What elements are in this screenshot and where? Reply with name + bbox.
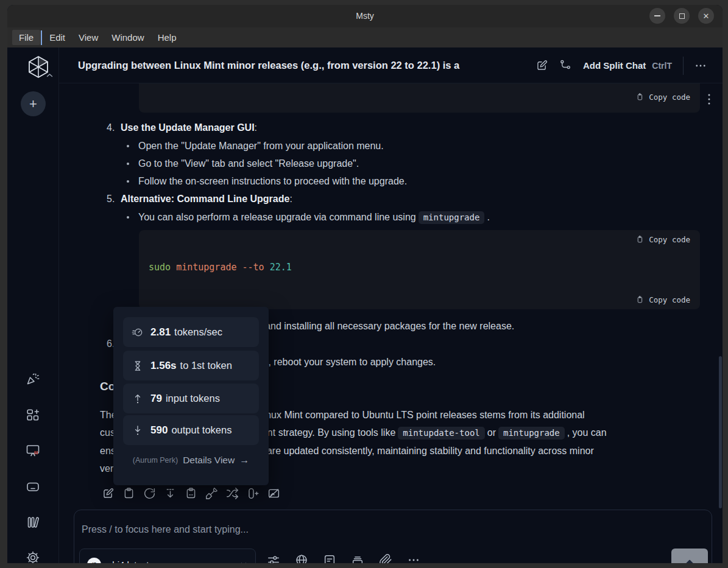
menu-file[interactable]: File: [12, 30, 40, 45]
minimize-button[interactable]: [649, 8, 665, 24]
list-bullet: Open the "Update Manager" from your appl…: [127, 139, 384, 153]
model-name: phi4:latest: [107, 559, 233, 564]
list-item-4: 4.Use the Update Manager GUI:: [107, 121, 257, 135]
bullet-dot: [127, 145, 129, 147]
globe-icon[interactable]: [295, 553, 308, 563]
refine-sparkle-icon[interactable]: [26, 371, 40, 386]
header-more-icon[interactable]: [694, 60, 707, 72]
stat-output-tokens: 590 output tokens: [123, 415, 259, 445]
code-block-mintupgrade: Copy code sudo mintupgrade --to 22.1 Cop…: [139, 230, 700, 309]
clipboard-icon: [636, 295, 645, 304]
list-bullet: You can also perform a release upgrade v…: [127, 211, 490, 224]
workspace-drawer-icon[interactable]: [26, 479, 40, 494]
chevron-up-icon[interactable]: [46, 73, 53, 78]
edit-icon[interactable]: [102, 487, 115, 500]
inline-code: mintupdate-tool: [398, 427, 484, 440]
stat-input-tokens: 79 input tokens: [123, 384, 259, 413]
menu-help[interactable]: Help: [151, 30, 183, 45]
attach-icon[interactable]: [379, 553, 392, 563]
copy-code-button[interactable]: Copy code: [636, 235, 690, 244]
close-button[interactable]: ✕: [698, 8, 714, 24]
clipboard-icon: [636, 235, 645, 244]
model-selector[interactable]: φ phi4:latest: [79, 549, 256, 563]
chevron-down-icon: [239, 560, 248, 563]
model-logo-icon: φ: [87, 558, 101, 564]
perk-label: (Aurum Perk): [133, 456, 178, 465]
main-area: Upgrading between Linux Mint minor relea…: [58, 47, 723, 563]
chat-title: Upgrading between Linux Mint minor relea…: [78, 47, 459, 83]
add-split-chat-shortcut: CtrlT: [652, 61, 672, 71]
chat-scrollbar[interactable]: [719, 356, 722, 508]
sidebar: +: [7, 47, 58, 563]
hourglass-icon: [132, 360, 144, 372]
local-ai-monitor-icon[interactable]: [26, 443, 40, 458]
speedometer-icon: [132, 326, 144, 338]
code-line: sudo mintupgrade --to 22.1: [149, 262, 292, 273]
stat-tokens-per-sec: 2.81 tokens/sec: [123, 317, 259, 347]
list-bullet: Follow the on-screen instructions to pro…: [127, 175, 407, 188]
msty-window: Msty ✕ File Edit View Window Help: [7, 5, 723, 563]
scroll-down-icon[interactable]: [164, 487, 177, 500]
composer: φ phi4:latest: [74, 510, 712, 563]
titlebar: Msty ✕: [7, 5, 723, 27]
copy-code-button[interactable]: Copy code: [636, 93, 690, 102]
bullet-dot: [127, 180, 129, 183]
copy-code-button[interactable]: Copy code: [636, 295, 690, 304]
message-menu-icon[interactable]: [704, 93, 715, 106]
window-frame-edge: [0, 563, 728, 568]
composer-icons: [267, 553, 420, 563]
menu-edit[interactable]: Edit: [43, 30, 72, 45]
arrow-right-icon: →: [239, 455, 249, 466]
menu-focus-caret: [41, 30, 42, 45]
code-block-partial: Copy code: [139, 83, 700, 113]
send-arrow-icon: [682, 555, 698, 563]
maximize-icon: [679, 13, 685, 19]
menu-window[interactable]: Window: [105, 30, 150, 45]
prompt-library-icon[interactable]: [323, 553, 336, 563]
add-split-chat-button[interactable]: Add Split Chat: [583, 60, 646, 71]
send-button[interactable]: [671, 549, 708, 563]
add-panel-icon[interactable]: [247, 487, 260, 500]
edit-title-icon[interactable]: [535, 59, 548, 72]
list-bullet: Go to the "View" tab and select "Release…: [127, 157, 359, 170]
maximize-button[interactable]: [674, 8, 690, 24]
list-item-5: 5.Alternative: Command Line Upgrade:: [107, 192, 292, 206]
regenerate-icon[interactable]: [143, 487, 156, 500]
clipboard-icon: [636, 93, 645, 102]
settings-gear-icon[interactable]: [26, 550, 40, 563]
more-icon[interactable]: [407, 553, 420, 563]
window-title: Msty: [7, 5, 723, 27]
library-icon[interactable]: [26, 515, 40, 530]
arrow-down-icon: [132, 424, 144, 437]
window-controls: ✕: [649, 8, 714, 24]
token-stats-popup: 2.81 tokens/sec 1.56s to 1st token: [113, 307, 269, 485]
arrow-up-icon: [132, 393, 144, 405]
details-view-link[interactable]: Details View: [183, 455, 235, 466]
addons-grid-icon[interactable]: [26, 407, 40, 422]
chat-header: Upgrading between Linux Mint minor relea…: [59, 47, 723, 83]
menu-view[interactable]: View: [72, 30, 105, 45]
model-stack-icon[interactable]: [351, 553, 364, 563]
shovel-icon[interactable]: [205, 487, 218, 500]
chat-input[interactable]: [82, 521, 581, 538]
inline-code: mintupgrade: [498, 427, 565, 440]
stat-time-to-first-token: 1.56s to 1st token: [123, 351, 259, 380]
bullet-dot: [127, 216, 129, 219]
new-chat-button[interactable]: +: [21, 91, 46, 116]
workflow-icon[interactable]: [559, 59, 572, 72]
image-off-icon[interactable]: [267, 487, 280, 500]
minimize-icon: [654, 15, 660, 16]
tune-icon[interactable]: [267, 553, 280, 563]
header-divider: [683, 57, 684, 75]
fork-icon[interactable]: [226, 487, 239, 500]
menubar: File Edit View Window Help: [7, 27, 723, 47]
message-toolbar: [102, 487, 280, 500]
copy-icon[interactable]: [122, 487, 135, 500]
clipboard-stats-icon[interactable]: [185, 487, 197, 500]
close-icon: ✕: [703, 12, 710, 20]
inline-code: mintupgrade: [419, 211, 485, 224]
bullet-dot: [127, 163, 129, 165]
